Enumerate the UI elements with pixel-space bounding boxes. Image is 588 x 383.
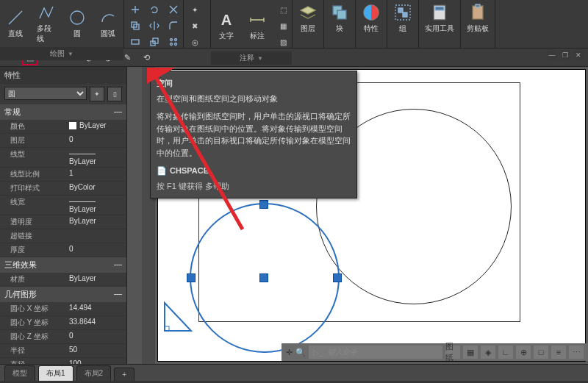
layout-tabs: 模型布局1布局2+ — [0, 364, 588, 381]
svg-point-7 — [171, 39, 173, 41]
tooltip-command: 📄 CHSPACE — [157, 165, 351, 177]
fillet-icon[interactable] — [165, 18, 182, 33]
restore-icon[interactable]: ❐ — [560, 50, 570, 60]
ortho-icon[interactable]: ∟ — [498, 346, 513, 359]
draw-group-label: 绘图▼ — [0, 47, 123, 60]
clipboard-button[interactable]: 剪贴板 — [461, 0, 495, 37]
layer-button[interactable]: 图层 — [293, 0, 323, 37]
line-button[interactable]: 直线 — [0, 0, 31, 47]
copy-icon[interactable] — [126, 18, 144, 33]
property-row[interactable]: 透明度ByLayer — [0, 215, 126, 229]
group-button[interactable]: 组 — [387, 0, 418, 37]
circle-label: 圆 — [74, 29, 81, 39]
property-row[interactable]: 半径50 — [0, 344, 126, 358]
svg-rect-19 — [473, 6, 483, 19]
lwt-icon[interactable]: ≡ — [551, 346, 566, 359]
quick-select-icon[interactable]: ✦ — [90, 87, 104, 101]
dim-button[interactable]: 标注 — [242, 0, 273, 51]
property-row[interactable]: 图层0 — [0, 134, 126, 148]
svg-rect-18 — [435, 7, 444, 10]
tab-模型[interactable]: 模型 — [4, 365, 35, 381]
grip-right[interactable] — [333, 273, 342, 282]
block-icon — [330, 3, 349, 22]
circle-icon — [68, 8, 87, 27]
svg-rect-20 — [476, 4, 480, 7]
hatch-icon[interactable]: ▨ — [275, 35, 291, 49]
properties-title: 特性 — [0, 67, 126, 84]
svg-rect-4 — [132, 40, 139, 44]
leader-icon[interactable]: ⬚ — [275, 2, 291, 17]
property-row[interactable]: 厚度0 — [0, 243, 126, 257]
tooltip-hint: 按 F1 键获得 多帮助 — [157, 180, 351, 193]
svg-point-9 — [171, 43, 173, 46]
polar-icon[interactable]: ⊕ — [516, 346, 531, 359]
tooltip-body: 将对象传输到图纸空间时，用户单击的源视口将确定所传输对象在图纸间中的位置。将对象… — [157, 110, 351, 159]
tooltip: 空间 在型空间和图纸空间之间移动对象 将对象传输到图纸空间时，用户单击的源视口将… — [150, 71, 357, 198]
command-line[interactable]: ▷_ 键入命令 — [309, 346, 442, 359]
svg-rect-12 — [337, 10, 346, 19]
tab-布局2[interactable]: 布局2 — [76, 365, 112, 381]
crosshair-icon[interactable]: ✛ — [286, 348, 293, 357]
select-icon[interactable]: ▯ — [107, 87, 122, 101]
property-row[interactable]: 线型ByLayer — [0, 148, 126, 168]
grid-icon[interactable]: ▦ — [463, 346, 478, 359]
close-icon[interactable]: ✕ — [573, 50, 584, 60]
selection-dropdown[interactable]: 圆 — [4, 87, 87, 100]
search-icon[interactable]: 🔍 — [295, 348, 306, 357]
move-icon[interactable] — [126, 2, 144, 17]
add-tab-button[interactable]: + — [114, 368, 135, 381]
mirror-icon[interactable] — [146, 18, 163, 33]
window-buttons: — ❐ ✕ — [547, 50, 584, 60]
section-header[interactable]: 几何图形— — [0, 287, 126, 302]
text-button[interactable]: A 文字 — [211, 0, 242, 51]
snap-icon[interactable]: ◈ — [481, 346, 495, 359]
props-button[interactable]: 特性 — [356, 0, 387, 37]
property-row[interactable]: 圆心 X 坐标14.494 — [0, 302, 126, 316]
property-row[interactable]: 超链接 — [0, 229, 126, 243]
dim-label: 标注 — [250, 31, 265, 41]
grip-left[interactable] — [187, 273, 196, 282]
property-row[interactable]: 材质ByLayer — [0, 273, 126, 287]
polyline-label: 多段线 — [37, 24, 56, 44]
arc-icon — [98, 8, 118, 27]
offset-icon[interactable]: ◎ — [186, 35, 204, 49]
property-row[interactable]: 打印样式ByColor — [0, 182, 126, 196]
min-icon[interactable]: — — [547, 50, 557, 60]
section-header[interactable]: 三维效果— — [0, 257, 126, 273]
property-row[interactable]: 圆心 Y 坐标33.8644 — [0, 316, 126, 330]
annot-group-label: 注释▼ — [211, 51, 292, 65]
property-row[interactable]: 圆心 Z 坐标0 — [0, 330, 126, 344]
ribbon: 直线 多段线 圆 圆弧 绘图▼ ✦ ✖ ◎ A 文字 标注 — [0, 0, 588, 49]
stretch-icon[interactable] — [126, 35, 144, 49]
grip-center[interactable] — [259, 273, 268, 282]
property-row[interactable]: 线型比例1 — [0, 168, 126, 182]
scale-icon[interactable] — [146, 35, 163, 49]
util-button[interactable]: 实用工具 — [419, 0, 460, 37]
array-icon[interactable] — [165, 35, 182, 49]
property-row[interactable]: 直径100 — [0, 358, 126, 364]
grip-top[interactable] — [259, 200, 268, 209]
paper-toggle[interactable]: 图纸 — [445, 346, 460, 359]
svg-rect-16 — [403, 12, 407, 17]
dimension-icon — [248, 10, 267, 29]
table-icon[interactable]: ▦ — [275, 18, 291, 33]
osnap-icon[interactable]: □ — [534, 346, 548, 359]
status-bar: ✛ 🔍 ▷_ 键入命令 图纸 ▦ ◈ ∟ ⊕ □ ≡ ⋯ — [282, 343, 588, 361]
rotate-icon[interactable] — [146, 2, 163, 17]
explode-icon[interactable]: ✦ — [186, 2, 204, 17]
line-icon — [6, 8, 25, 27]
tb-7[interactable]: ⟲ — [140, 51, 153, 64]
more-icon[interactable]: ⋯ — [569, 346, 584, 359]
arc-button[interactable]: 圆弧 — [93, 0, 123, 47]
trim-icon[interactable] — [165, 2, 182, 17]
section-header[interactable]: 常规— — [0, 104, 126, 120]
property-row[interactable]: 颜色ByLayer — [0, 120, 126, 134]
block-button[interactable]: 块 — [324, 0, 355, 37]
svg-line-0 — [9, 11, 22, 24]
polyline-button[interactable]: 多段线 — [31, 0, 62, 47]
property-row[interactable]: 线宽ByLayer — [0, 196, 126, 215]
svg-point-1 — [71, 11, 84, 24]
circle-button[interactable]: 圆 — [62, 0, 93, 47]
erase-icon[interactable]: ✖ — [186, 18, 204, 33]
tab-布局1[interactable]: 布局1 — [38, 365, 74, 381]
